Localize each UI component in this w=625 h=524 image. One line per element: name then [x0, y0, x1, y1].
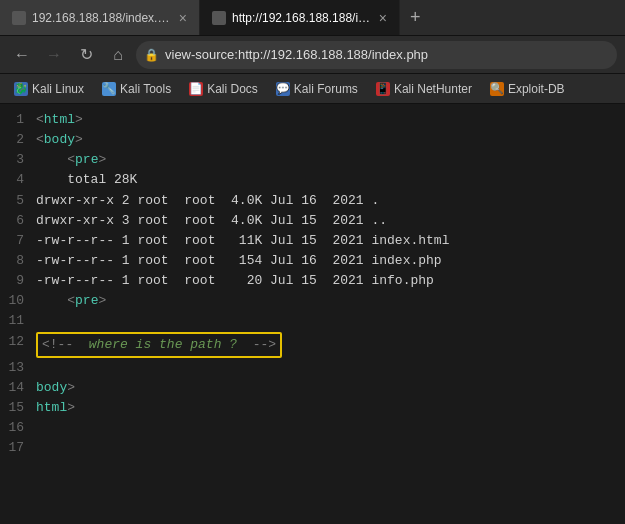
code-line-4: 4 total 28K	[0, 170, 625, 190]
code-area: 1<html>2<body>3 <pre>4 total 28K5drwxr-x…	[0, 104, 625, 524]
comment-highlight: <!-- where is the path ? -->	[36, 332, 282, 358]
line-number-13: 13	[4, 358, 36, 378]
bookmark-kali-forums[interactable]: 💬 Kali Forums	[268, 79, 366, 99]
line-content-12: <!-- where is the path ? -->	[36, 332, 621, 358]
line-number-2: 2	[4, 130, 36, 150]
line-number-4: 4	[4, 170, 36, 190]
lock-icon: 🔒	[144, 48, 159, 62]
code-line-10: 10 <pre>	[0, 291, 625, 311]
nav-bar: ← → ↻ ⌂ 🔒 view-source:http://192.168.188…	[0, 36, 625, 74]
line-number-7: 7	[4, 231, 36, 251]
code-line-3: 3 <pre>	[0, 150, 625, 170]
code-line-1: 1<html>	[0, 110, 625, 130]
kali-tools-icon: 🔧	[102, 82, 116, 96]
line-number-5: 5	[4, 191, 36, 211]
line-content-15: html>	[36, 398, 621, 418]
line-number-16: 16	[4, 418, 36, 438]
code-line-17: 17	[0, 438, 625, 458]
code-line-8: 8-rw-r--r-- 1 root root 154 Jul 16 2021 …	[0, 251, 625, 271]
kali-forums-icon: 💬	[276, 82, 290, 96]
reload-button[interactable]: ↻	[72, 41, 100, 69]
line-content-2: <body>	[36, 130, 621, 150]
comment-text: where is the path ?	[81, 337, 245, 352]
home-button[interactable]: ⌂	[104, 41, 132, 69]
line-number-12: 12	[4, 332, 36, 352]
new-tab-button[interactable]: +	[400, 0, 431, 35]
kali-tools-label: Kali Tools	[120, 82, 171, 96]
line-number-9: 9	[4, 271, 36, 291]
line-content-8: -rw-r--r-- 1 root root 154 Jul 16 2021 i…	[36, 251, 621, 271]
code-line-5: 5drwxr-xr-x 2 root root 4.0K Jul 16 2021…	[0, 191, 625, 211]
tab-2[interactable]: http://192.168.188.188/index... ×	[200, 0, 400, 35]
kali-nethunter-label: Kali NetHunter	[394, 82, 472, 96]
exploit-db-label: Exploit-DB	[508, 82, 565, 96]
tab-2-close[interactable]: ×	[379, 11, 387, 25]
kali-linux-label: Kali Linux	[32, 82, 84, 96]
line-content-9: -rw-r--r-- 1 root root 20 Jul 15 2021 in…	[36, 271, 621, 291]
code-line-16: 16	[0, 418, 625, 438]
line-number-14: 14	[4, 378, 36, 398]
line-number-11: 11	[4, 311, 36, 331]
address-bar[interactable]: 🔒 view-source:http://192.168.188.188/ind…	[136, 41, 617, 69]
line-content-3: <pre>	[36, 150, 621, 170]
line-number-8: 8	[4, 251, 36, 271]
code-line-2: 2<body>	[0, 130, 625, 150]
tab-bar: 192.168.188.188/index.php × http://192.1…	[0, 0, 625, 36]
browser-window: 192.168.188.188/index.php × http://192.1…	[0, 0, 625, 524]
code-line-15: 15html>	[0, 398, 625, 418]
code-line-6: 6drwxr-xr-x 3 root root 4.0K Jul 15 2021…	[0, 211, 625, 231]
line-content-5: drwxr-xr-x 2 root root 4.0K Jul 16 2021 …	[36, 191, 621, 211]
bookmark-kali-linux[interactable]: 🐉 Kali Linux	[6, 79, 92, 99]
line-number-10: 10	[4, 291, 36, 311]
exploit-db-icon: 🔍	[490, 82, 504, 96]
tab-1[interactable]: 192.168.188.188/index.php ×	[0, 0, 200, 35]
kali-docs-label: Kali Docs	[207, 82, 258, 96]
line-number-17: 17	[4, 438, 36, 458]
line-content-6: drwxr-xr-x 3 root root 4.0K Jul 15 2021 …	[36, 211, 621, 231]
line-content-10: <pre>	[36, 291, 621, 311]
kali-nethunter-icon: 📱	[376, 82, 390, 96]
tab-2-title: http://192.168.188.188/index...	[232, 11, 373, 25]
bookmarks-bar: 🐉 Kali Linux 🔧 Kali Tools 📄 Kali Docs 💬 …	[0, 74, 625, 104]
bookmark-kali-tools[interactable]: 🔧 Kali Tools	[94, 79, 179, 99]
tab-1-favicon	[12, 11, 26, 25]
address-text: view-source:http://192.168.188.188/index…	[165, 47, 607, 62]
line-number-15: 15	[4, 398, 36, 418]
code-line-13: 13	[0, 358, 625, 378]
code-line-7: 7-rw-r--r-- 1 root root 11K Jul 15 2021 …	[0, 231, 625, 251]
bookmark-kali-nethunter[interactable]: 📱 Kali NetHunter	[368, 79, 480, 99]
line-number-6: 6	[4, 211, 36, 231]
code-line-12: 12<!-- where is the path ? -->	[0, 332, 625, 358]
line-number-3: 3	[4, 150, 36, 170]
back-button[interactable]: ←	[8, 41, 36, 69]
bookmark-exploit-db[interactable]: 🔍 Exploit-DB	[482, 79, 573, 99]
line-content-7: -rw-r--r-- 1 root root 11K Jul 15 2021 i…	[36, 231, 621, 251]
code-line-14: 14body>	[0, 378, 625, 398]
code-line-11: 11	[0, 311, 625, 331]
bookmark-kali-docs[interactable]: 📄 Kali Docs	[181, 79, 266, 99]
kali-forums-label: Kali Forums	[294, 82, 358, 96]
line-content-1: <html>	[36, 110, 621, 130]
kali-docs-icon: 📄	[189, 82, 203, 96]
tab-2-favicon	[212, 11, 226, 25]
forward-button[interactable]: →	[40, 41, 68, 69]
line-content-14: body>	[36, 378, 621, 398]
line-number-1: 1	[4, 110, 36, 130]
code-line-9: 9-rw-r--r-- 1 root root 20 Jul 15 2021 i…	[0, 271, 625, 291]
line-content-4: total 28K	[36, 170, 621, 190]
tab-1-close[interactable]: ×	[179, 11, 187, 25]
tab-1-title: 192.168.188.188/index.php	[32, 11, 173, 25]
kali-linux-icon: 🐉	[14, 82, 28, 96]
